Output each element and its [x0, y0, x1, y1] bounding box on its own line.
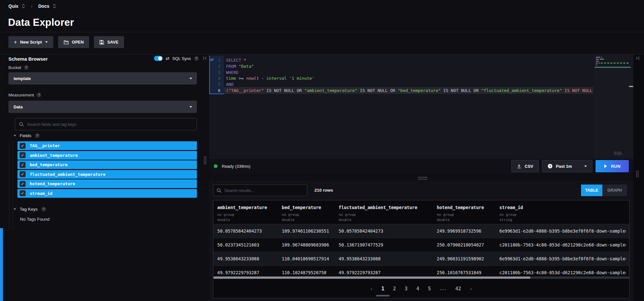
code-token: "fluctuated_ambient_temperature"	[481, 88, 562, 93]
help-icon[interactable]: ?	[41, 207, 46, 212]
panel-drag-handle[interactable]	[636, 170, 639, 177]
field-checkbox[interactable]: ✓	[20, 162, 26, 168]
table-cell: 109.96748809683986	[282, 238, 335, 252]
chevron-up-down-icon[interactable]	[53, 4, 56, 8]
page-button[interactable]: 3	[405, 286, 408, 292]
chevron-down-icon	[45, 41, 48, 43]
column-group: no group	[217, 213, 234, 217]
code-line: SELECT *	[226, 57, 246, 63]
breadcrumb: Quix › Docs	[8, 4, 56, 9]
run-button[interactable]: RUN	[596, 160, 629, 172]
column-name[interactable]: ambient_temperature	[217, 205, 267, 210]
breadcrumb-quix[interactable]: Quix	[8, 4, 18, 9]
code-token: FROM	[226, 64, 236, 69]
code-token: SELECT	[226, 58, 241, 63]
editor-minimap[interactable]	[594, 55, 633, 158]
left-scrollbar-thumb[interactable]	[0, 228, 3, 301]
help-icon[interactable]: ?	[194, 56, 199, 61]
collapse-panel-icon[interactable]	[203, 56, 207, 60]
search-icon	[217, 188, 221, 193]
field-name: bed_temperature	[30, 162, 67, 167]
results-search-input[interactable]	[224, 188, 304, 193]
status-text: Ready (339ms)	[222, 164, 250, 169]
table-cell: 250.07900218054027	[437, 238, 496, 252]
field-item[interactable]: ✓hotend_temperature	[17, 179, 197, 188]
page-button[interactable]: 4	[416, 286, 419, 292]
bucket-value: template	[14, 76, 31, 81]
column-name[interactable]: hotend_temperature	[437, 205, 484, 210]
field-item[interactable]: ✓stream_id	[17, 189, 197, 198]
sql-editor[interactable]	[209, 55, 633, 158]
table-row[interactable]: 49.9538643233088110.0401869051791449.953…	[213, 252, 629, 266]
new-script-button[interactable]: + New Script	[8, 36, 53, 48]
field-name: ambient_temperature	[30, 153, 78, 158]
help-icon[interactable]: ?	[36, 93, 41, 97]
line-number: 3	[209, 69, 222, 75]
scrollbar-thumb[interactable]	[213, 276, 530, 279]
code-token: () -	[254, 76, 266, 81]
page-button[interactable]: 2	[393, 286, 396, 292]
field-checkbox[interactable]: ✓	[20, 190, 26, 196]
page-button[interactable]: 5	[428, 286, 431, 292]
save-button[interactable]: SAVE	[94, 36, 124, 48]
table-row[interactable]: 50.05785842404273109.9746110623055150.05…	[213, 224, 629, 238]
field-item[interactable]: ✓fluctuated_ambient_temperature	[17, 170, 197, 179]
column-name[interactable]: fluctuated_ambient_temperature	[339, 205, 417, 210]
expand-panel-icon[interactable]	[635, 56, 639, 60]
table-cell: 49.9538643233088	[217, 252, 279, 266]
field-checkbox[interactable]: ✓	[20, 171, 26, 177]
column-name[interactable]: bed_temperature	[282, 205, 321, 210]
sql-sync-row: ⇄ SQL Sync ?	[154, 56, 199, 61]
help-icon[interactable]: ?	[35, 133, 40, 138]
sql-sync-toggle[interactable]	[154, 56, 163, 61]
table-cell: 6e9963d1-e2d0-4888-b395-b8be3ef0f6f8-dow…	[499, 224, 626, 238]
field-item[interactable]: ✓ambient_temperature	[17, 151, 197, 160]
csv-label: CSV	[525, 164, 533, 169]
save-icon	[99, 40, 104, 45]
code-token: "Data"	[236, 64, 254, 69]
schema-search-input[interactable]	[27, 122, 193, 127]
download-icon	[517, 164, 521, 168]
code-token: '1 minute'	[287, 76, 314, 81]
csv-download-button[interactable]: CSV	[511, 160, 539, 172]
tag-keys-section-header[interactable]: Tag Keys ?	[14, 207, 46, 212]
tree-guide	[13, 141, 13, 230]
help-icon[interactable]: ?	[24, 65, 29, 70]
breadcrumb-separator-icon: ›	[28, 4, 35, 9]
table-horizontal-scrollbar[interactable]	[213, 276, 629, 279]
table-cell: c201180b-7563-4c80-853d-d621298c2e68-dow…	[499, 238, 626, 252]
page-button[interactable]: 42	[455, 286, 461, 292]
breadcrumb-docs[interactable]: Docs	[38, 4, 49, 9]
column-name[interactable]: stream_id	[499, 205, 523, 210]
code-line: WHERE	[226, 69, 239, 75]
table-row[interactable]: 50.0237345121603109.9674880968398650.136…	[213, 238, 629, 252]
fields-section-header[interactable]: Fields ?	[14, 133, 40, 138]
table-cell: 109.97461106230551	[282, 224, 335, 238]
field-item[interactable]: ✓TAG__printer	[17, 141, 197, 150]
open-button[interactable]: OPEN	[58, 36, 89, 48]
table-cell: 50.0237345121603	[217, 238, 279, 252]
measurement-select[interactable]: Data	[8, 101, 197, 113]
page-button[interactable]: 1	[382, 286, 384, 292]
bucket-select[interactable]: template	[8, 72, 197, 85]
field-checkbox[interactable]: ✓	[20, 181, 26, 187]
minimap-slider[interactable]	[629, 86, 633, 87]
code-token: >=	[236, 76, 246, 81]
tab-graph[interactable]: GRAPH	[602, 185, 627, 196]
field-checkbox[interactable]: ✓	[20, 143, 26, 149]
prev-page-button[interactable]: ‹	[370, 286, 373, 291]
next-page-button[interactable]: ›	[470, 286, 472, 291]
field-checkbox[interactable]: ✓	[20, 152, 26, 158]
fields-label: Fields	[20, 133, 31, 138]
chevron-up-down-icon[interactable]	[22, 4, 25, 8]
tree-guide	[9, 141, 9, 230]
panel-drag-handle[interactable]	[204, 156, 206, 165]
row-count: 210 rows	[314, 188, 333, 193]
tab-table[interactable]: TABLE	[581, 185, 602, 196]
plus-icon: +	[14, 40, 17, 45]
field-item[interactable]: ✓bed_temperature	[17, 160, 197, 169]
resize-handle[interactable]	[418, 177, 427, 181]
time-range-select[interactable]: Past 1m	[542, 160, 592, 172]
chevron-down-icon	[14, 135, 16, 136]
sql-sync-label: SQL Sync	[172, 56, 191, 61]
